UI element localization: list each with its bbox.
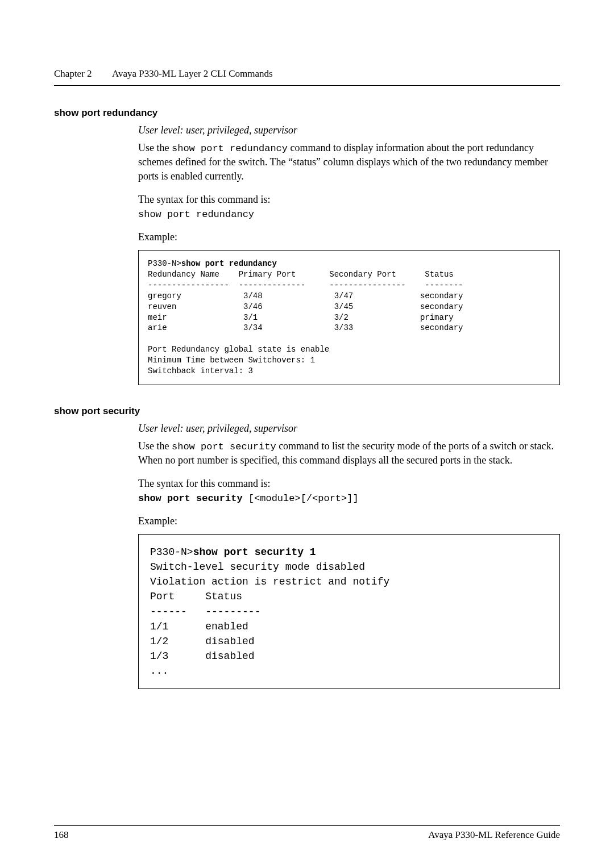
syntax-label: The syntax for this command is: xyxy=(138,478,560,490)
page-number: 168 xyxy=(54,829,69,841)
section-heading-show-port-security: show port security xyxy=(54,406,560,417)
header-rule xyxy=(54,85,560,86)
inline-code: show port redundancy xyxy=(172,143,288,154)
section-heading-show-port-redundancy: show port redundancy xyxy=(54,107,560,119)
output-command: show port security 1 xyxy=(193,546,316,558)
page-footer: 168 Avaya P330-ML Reference Guide xyxy=(54,825,560,841)
example-output-box: P330-N>show port redundancy Redundancy N… xyxy=(138,250,560,385)
output-body: Redundancy Name Primary Port Secondary P… xyxy=(148,270,463,375)
example-output-container: P330-N>show port redundancy Redundancy N… xyxy=(138,250,560,385)
output-command: show port redundancy xyxy=(181,259,277,268)
footer-rule xyxy=(54,825,560,826)
inline-code: show port security xyxy=(172,441,276,452)
output-body: Switch-level security mode disabled Viol… xyxy=(150,561,389,677)
output-prompt: P330-N> xyxy=(150,546,193,558)
section2-body: User level: user, privileged, supervisor… xyxy=(138,423,560,527)
syntax-command: show port redundancy xyxy=(138,209,560,220)
chapter-header: Chapter 2 Avaya P330-ML Layer 2 CLI Comm… xyxy=(54,68,560,80)
intro-paragraph: Use the show port security command to li… xyxy=(138,439,560,468)
chapter-number: Chapter 2 xyxy=(54,68,92,79)
user-level-note: User level: user, privileged, supervisor xyxy=(138,124,560,136)
intro-text-before: Use the xyxy=(138,440,172,452)
doc-title: Avaya P330-ML Reference Guide xyxy=(428,829,560,841)
example-output-container: P330-N>show port security 1 Switch-level… xyxy=(138,534,560,689)
example-label: Example: xyxy=(138,515,560,527)
chapter-title: Avaya P330-ML Layer 2 CLI Commands xyxy=(112,68,273,79)
user-level-note: User level: user, privileged, supervisor xyxy=(138,423,560,435)
syntax-command-bold: show port security xyxy=(138,493,243,504)
intro-paragraph: Use the show port redundancy command to … xyxy=(138,141,560,183)
intro-text-before: Use the xyxy=(138,142,172,153)
syntax-command: show port security [<module>[/<port>]] xyxy=(138,493,560,504)
section1-body: User level: user, privileged, supervisor… xyxy=(138,124,560,243)
syntax-command-args: [<module>[/<port>]] xyxy=(243,493,359,504)
example-label: Example: xyxy=(138,231,560,243)
output-prompt: P330-N> xyxy=(148,259,181,268)
syntax-label: The syntax for this command is: xyxy=(138,194,560,206)
example-output-box: P330-N>show port security 1 Switch-level… xyxy=(138,534,560,689)
